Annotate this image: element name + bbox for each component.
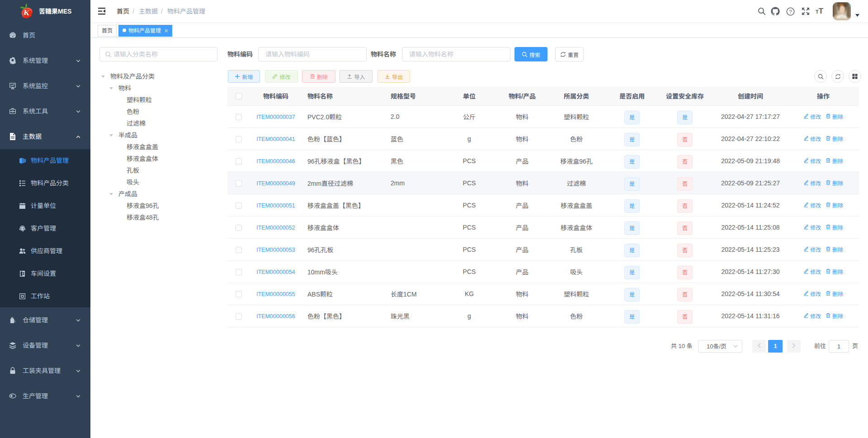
- svg-text:?: ?: [789, 9, 792, 14]
